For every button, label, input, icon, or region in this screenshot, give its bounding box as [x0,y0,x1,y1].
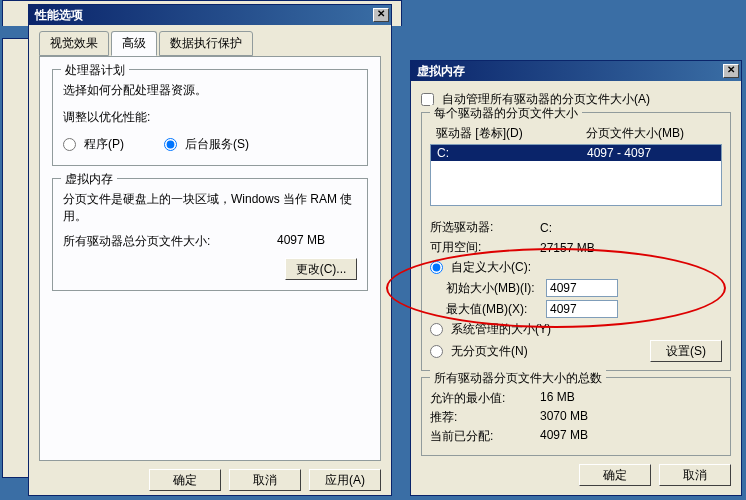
radio-system-managed[interactable]: 系统管理的大小(Y) [430,321,722,338]
initial-size-input[interactable] [546,279,618,297]
free-space-value: 27157 MB [540,241,595,255]
totals-group: 所有驱动器分页文件大小的总数 允许的最小值:16 MB 推荐:3070 MB 当… [421,377,731,456]
selected-drive-value: C: [540,221,552,235]
scheduling-desc: 选择如何分配处理器资源。 [63,82,357,99]
scheduling-group: 处理器计划 选择如何分配处理器资源。 调整以优化性能: 程序(P) 后台服务(S… [52,69,368,166]
drive-list[interactable]: C: 4097 - 4097 [430,144,722,206]
radio-programs[interactable]: 程序(P) [63,136,124,153]
vm-total-label: 所有驱动器总分页文件大小: [63,233,277,250]
tab-visual[interactable]: 视觉效果 [39,31,109,56]
radio-services[interactable]: 后台服务(S) [164,136,249,153]
cancel-button[interactable]: 取消 [229,469,301,491]
vm-cancel-button[interactable]: 取消 [659,464,731,486]
perdrive-group: 每个驱动器的分页文件大小 驱动器 [卷标](D) 分页文件大小(MB) C: 4… [421,112,731,371]
perf-tabs: 视觉效果 高级 数据执行保护 [39,31,381,57]
performance-options-window: 性能选项 ✕ 视觉效果 高级 数据执行保护 处理器计划 选择如何分配处理器资源。… [28,4,392,496]
tab-advanced[interactable]: 高级 [111,31,157,56]
scheduling-title: 处理器计划 [61,62,129,79]
vm-group: 虚拟内存 分页文件是硬盘上的一块区域，Windows 当作 RAM 使用。 所有… [52,178,368,291]
change-button[interactable]: 更改(C)... [285,258,357,280]
perf-title: 性能选项 [35,7,83,24]
vm-ok-button[interactable]: 确定 [579,464,651,486]
close-icon[interactable]: ✕ [723,64,739,78]
perdrive-title: 每个驱动器的分页文件大小 [430,105,582,122]
max-size-input[interactable] [546,300,618,318]
initial-label: 初始大小(MB)(I): [446,280,546,297]
vm-dialog-title: 虚拟内存 [417,63,465,80]
selected-drive-label: 所选驱动器: [430,219,540,236]
radio-no-paging[interactable]: 无分页文件(N) [430,343,650,360]
free-space-label: 可用空间: [430,239,540,256]
adjust-label: 调整以优化性能: [63,109,357,126]
close-icon[interactable]: ✕ [373,8,389,22]
drive-row: C: 4097 - 4097 [431,145,721,161]
vm-titlebar: 虚拟内存 ✕ [411,61,741,81]
apply-button[interactable]: 应用(A) [309,469,381,491]
perf-titlebar: 性能选项 ✕ [29,5,391,25]
max-label: 最大值(MB)(X): [446,301,546,318]
vm-title: 虚拟内存 [61,171,117,188]
vm-desc: 分页文件是硬盘上的一块区域，Windows 当作 RAM 使用。 [63,191,357,225]
virtual-memory-window: 虚拟内存 ✕ 自动管理所有驱动器的分页文件大小(A) 每个驱动器的分页文件大小 … [410,60,742,496]
totals-title: 所有驱动器分页文件大小的总数 [430,370,606,387]
set-button[interactable]: 设置(S) [650,340,722,362]
radio-custom[interactable]: 自定义大小(C): [430,259,722,276]
ok-button[interactable]: 确定 [149,469,221,491]
tab-dep[interactable]: 数据执行保护 [159,31,253,56]
drive-header: 驱动器 [卷标](D) 分页文件大小(MB) [430,123,722,144]
vm-total-value: 4097 MB [277,233,357,250]
